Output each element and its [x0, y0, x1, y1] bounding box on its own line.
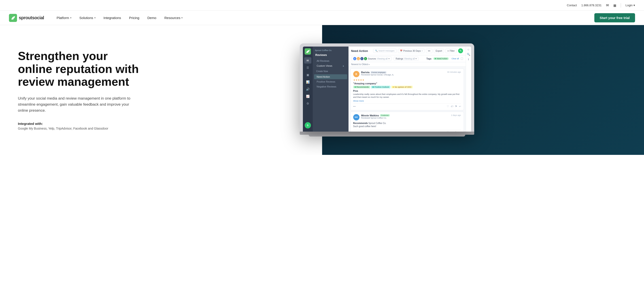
hero-subtitle: Unify your social media and review manag… [18, 95, 134, 114]
start-trial-button[interactable]: Start your free trial [594, 13, 635, 22]
review-body-2: Recommends Sprout Coffee Co. Such good c… [353, 122, 461, 128]
sidebar-icon-reports[interactable]: 📊 [304, 79, 311, 85]
sources-filter[interactable]: G y f t Sources Viewing all ▾ [351, 56, 392, 61]
hero-section: Strengthen your online reputation with r… [0, 25, 644, 155]
show-more-1[interactable]: Show more [353, 100, 461, 102]
ratings-label: Ratings [396, 58, 403, 60]
app-ui: ✉ ☰ ▣ 📊 🔊 📈 ⚙ S [303, 47, 471, 132]
sidebar-icon-settings[interactable]: ⚙ [304, 100, 311, 107]
sidebar-icon-inbox[interactable]: ✉ [304, 57, 311, 64]
sidebar-avatar[interactable]: S [305, 122, 311, 128]
sort-chevron: ▾ [369, 64, 370, 66]
clear-all-link[interactable]: Clear all [452, 58, 459, 60]
main-nav: sproutsocial Platform ▾ Solutions ▾ Inte… [0, 11, 644, 25]
action-tag-1[interactable]: 🏷 [451, 105, 453, 108]
calendar-small-icon: 📅 [400, 50, 402, 52]
app-main-content: Need Action 🔍 Search messages 📅 Previous… [348, 47, 466, 132]
action-tag-2[interactable]: 🏷 [451, 131, 453, 132]
action-flag-1[interactable]: ⚑ [455, 105, 457, 108]
right-icon-search[interactable]: 🔍 [467, 53, 470, 56]
sort-label[interactable]: Newest to Oldest ▾ [351, 63, 370, 66]
ratings-filter[interactable]: Ratings Viewing all ▾ [394, 57, 419, 61]
review-author-2: Minnie Watkins [361, 114, 379, 117]
action-flag-2[interactable]: ⚑ [455, 131, 457, 132]
right-icon-smile[interactable]: ☺ [467, 48, 470, 51]
app-section-label: Reviews [313, 53, 348, 58]
app-custom-views-toggle[interactable]: Custom Views ▲ [314, 63, 347, 68]
tags-section: Tags Need Action Clear all [426, 57, 463, 60]
app-search-box[interactable]: 🔍 Search messages [373, 49, 396, 53]
action-dots-2[interactable]: ••• [353, 131, 356, 132]
app-nav-need-action[interactable]: Need Action [314, 74, 347, 79]
nav-item-pricing[interactable]: Pricing [126, 14, 143, 22]
action-reply-2[interactable]: ↩ [459, 131, 461, 132]
create-now-btn[interactable]: Create Now [314, 69, 347, 73]
hero-integrated: Integrated with: Google My Business, Yel… [18, 122, 309, 130]
hero-right: ✉ ☰ ▣ 📊 🔊 📈 ⚙ S [322, 25, 644, 155]
search-icon: 🔍 [375, 50, 378, 52]
review-avatar-2: MW [353, 114, 360, 120]
review-time-2: 2 days ago [451, 114, 461, 116]
calendar-icon[interactable]: ▦ [613, 4, 616, 7]
sort-row: Newest to Oldest ▾ [348, 62, 466, 67]
app-main-header: Need Action 🔍 Search messages 📅 Previous… [348, 47, 466, 55]
ratings-sub: Viewing all [404, 58, 415, 60]
logo-link[interactable]: sproutsocial [9, 14, 44, 22]
app-nav-all-reviews[interactable]: All Reviews [314, 58, 347, 63]
platform-chevron: ▾ [70, 17, 71, 19]
hero-left: Strengthen your online reputation with r… [0, 25, 322, 155]
sidebar-icon-analytics[interactable]: 📈 [304, 93, 311, 99]
solutions-chevron: ▾ [94, 17, 96, 19]
tripadvisor-icon: t [364, 57, 367, 60]
app-main-title: Need Action [351, 49, 368, 53]
app-date-filter[interactable]: 📅 Previous 30 Days ▾ [398, 49, 424, 53]
action-dots-1[interactable]: ••• [353, 105, 356, 108]
nav-item-resources[interactable]: Resources ▾ [161, 14, 186, 22]
app-right-icons: ☺ 🔍 ℹ [466, 47, 471, 132]
app-nav-negative-reviews[interactable]: Negative Reviews [314, 84, 347, 89]
nav-item-solutions[interactable]: Solutions ▾ [76, 14, 99, 22]
review-header-1: B Barista Former employee Reviewed Sprou… [353, 71, 461, 77]
login-button[interactable]: Login ▾ [626, 4, 635, 7]
search-placeholder: Search messages [378, 50, 394, 52]
review-badge-2: Customer [380, 114, 390, 117]
laptop-foot [309, 135, 465, 137]
review-source-2: Reviewed Sprout Coffee Co. [361, 117, 450, 119]
sources-chevron: ▾ [388, 58, 390, 60]
review-author-1: Barista [361, 71, 370, 74]
sidebar-icon-feed[interactable]: ☰ [304, 65, 311, 71]
hero-title: Strengthen your online reputation with r… [18, 50, 143, 88]
select-checkbox[interactable] [461, 58, 463, 60]
laptop-mockup: ✉ ☰ ▣ 📊 🔊 📈 ⚙ S [300, 44, 474, 137]
nav-item-demo[interactable]: Demo [144, 14, 160, 22]
contact-link[interactable]: Contact [567, 4, 577, 7]
phone-number: 1.866.878.3231 [581, 4, 602, 7]
review-badge-1: Former employee [370, 71, 387, 74]
action-reply-1[interactable]: ↩ [459, 105, 461, 108]
app-left-panel: Sprout Coffee Co. Reviews All Reviews Cu… [313, 47, 348, 132]
resources-chevron: ▾ [182, 17, 182, 19]
tag-no-opinion: No opinion of CEO [391, 86, 413, 88]
app-company-name: Sprout Coffee Co. [313, 49, 348, 53]
top-bar: Contact 1.866.878.3231 ✉ ▦ Login ▾ [0, 0, 644, 11]
nav-item-platform[interactable]: Platform ▾ [53, 14, 75, 22]
date-filter-label: Previous 30 Days [403, 50, 421, 52]
login-chevron: ▾ [634, 4, 635, 7]
app-nav-positive-reviews[interactable]: Positive Reviews [314, 79, 347, 84]
more-options-btn[interactable]: ••• [426, 49, 432, 53]
export-btn[interactable]: Export [434, 49, 444, 53]
action-heart-1[interactable]: ♡ [447, 105, 449, 108]
review-header-2: MW Minnie Watkins Customer Reviewed Spro… [353, 114, 461, 120]
compose-btn[interactable]: ✎ [458, 48, 463, 53]
sidebar-icon-listen[interactable]: 🔊 [304, 86, 311, 92]
action-heart-2[interactable]: ♡ [447, 131, 449, 132]
mail-icon[interactable]: ✉ [606, 3, 609, 8]
review-body-1: Leadership really cares about their empl… [353, 93, 461, 99]
right-icon-info[interactable]: ℹ [468, 58, 469, 61]
sidebar-icon-publish[interactable]: ▣ [304, 72, 311, 78]
nav-item-integrations[interactable]: Integrations [100, 14, 124, 22]
laptop-screen: ✉ ☰ ▣ 📊 🔊 📈 ⚙ S [303, 47, 471, 132]
tag-recommends: Recommends [353, 86, 370, 88]
custom-views-chevron: ▲ [342, 65, 344, 67]
filter-btn[interactable]: ≡ Filter [445, 49, 456, 53]
